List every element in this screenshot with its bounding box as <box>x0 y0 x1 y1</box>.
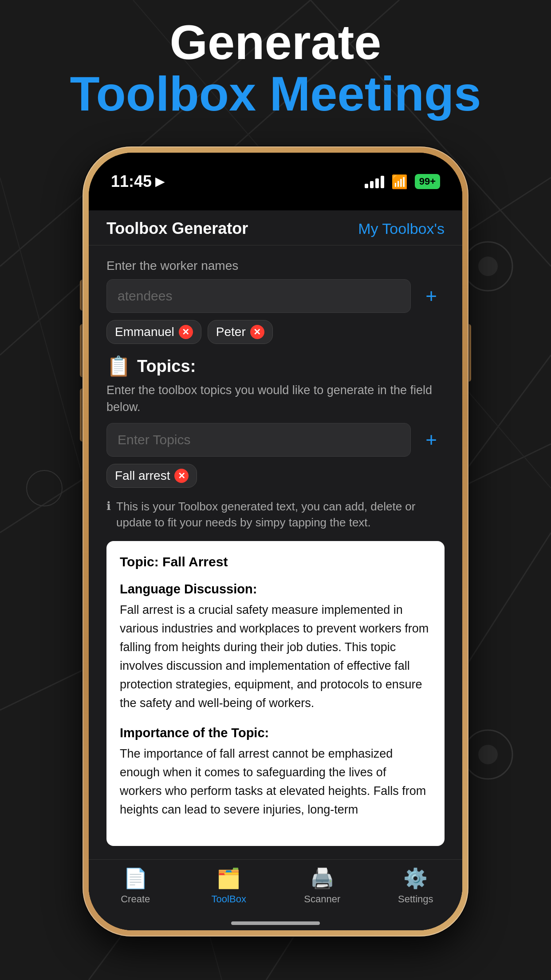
topics-icon: 📋 <box>106 355 131 378</box>
signal-bar-4 <box>381 176 384 188</box>
nav-link[interactable]: My Toolbox's <box>358 220 445 237</box>
nav-bar: Toolbox Generator My Toolbox's <box>89 210 462 245</box>
gen-topic: Topic: Fall Arrest <box>120 554 431 569</box>
signal-bar-1 <box>365 184 368 188</box>
settings-icon: ⚙️ <box>403 867 428 890</box>
attendees-input-row: + <box>106 279 445 313</box>
topic-tag-0[interactable]: Fall arrest ✕ <box>106 464 197 488</box>
attendee-tag-1[interactable]: Peter ✕ <box>208 320 273 344</box>
topics-add-button[interactable]: + <box>418 427 445 453</box>
attendee-remove-1[interactable]: ✕ <box>250 325 264 339</box>
topic-name-0: Fall arrest <box>115 469 170 483</box>
toolbox-icon: 🗂️ <box>216 867 241 890</box>
signal-bar-2 <box>370 181 374 188</box>
battery-badge: 99+ <box>415 174 440 189</box>
topic-remove-0[interactable]: ✕ <box>174 469 189 483</box>
time-label: 11:45 <box>111 172 152 191</box>
header-section: Generate Toolbox Meetings <box>0 18 551 120</box>
tab-bar: 📄 Create 🗂️ ToolBox 🖨️ Scanner ⚙️ Settin… <box>89 859 462 930</box>
create-label: Create <box>121 893 150 905</box>
wifi-icon: 📶 <box>391 174 408 190</box>
info-text: This is your Toolbox generated text, you… <box>116 498 445 531</box>
generated-box[interactable]: Topic: Fall Arrest Language Discussion: … <box>106 541 445 846</box>
gen-section1-title: Language Discussion: <box>120 582 431 597</box>
phone-screen: 11:45 ▶ 📶 99+ Too <box>89 153 462 930</box>
toolbox-label: ToolBox <box>212 893 246 905</box>
settings-label: Settings <box>398 893 433 905</box>
attendees-label: Enter the worker names <box>106 259 445 273</box>
attendees-input[interactable] <box>106 279 411 313</box>
tab-scanner[interactable]: 🖨️ Scanner <box>276 867 369 905</box>
tab-settings[interactable]: ⚙️ Settings <box>369 867 463 905</box>
signal-bar-3 <box>375 178 379 188</box>
create-icon: 📄 <box>123 867 148 890</box>
location-icon: ▶ <box>155 175 164 189</box>
app-content: Toolbox Generator My Toolbox's Enter the… <box>89 210 462 930</box>
topics-tags: Fall arrest ✕ <box>106 464 445 488</box>
status-bar: 11:45 ▶ 📶 99+ <box>89 153 462 210</box>
attendee-tag-0[interactable]: Emmanuel ✕ <box>106 320 201 344</box>
phone-frame: 11:45 ▶ 📶 99+ Too <box>83 146 468 937</box>
gen-section1-text: Fall arrest is a crucial safety measure … <box>120 601 431 712</box>
topics-title: Topics: <box>137 357 196 376</box>
phone-outer: 11:45 ▶ 📶 99+ Too <box>83 146 468 937</box>
home-indicator <box>231 921 320 925</box>
topics-input-row: + <box>106 423 445 457</box>
attendees-tags: Emmanuel ✕ Peter ✕ <box>106 320 445 344</box>
svg-point-13 <box>478 745 498 764</box>
info-row: ℹ This is your Toolbox generated text, y… <box>106 498 445 531</box>
header-generate: Generate <box>0 18 551 67</box>
topics-header: 📋 Topics: <box>106 355 445 378</box>
info-icon: ℹ <box>106 499 111 513</box>
tab-toolbox[interactable]: 🗂️ ToolBox <box>182 867 276 905</box>
scanner-label: Scanner <box>304 893 340 905</box>
gen-section2-title: Importance of the Topic: <box>120 726 431 740</box>
status-time: 11:45 ▶ <box>111 172 164 191</box>
scroll-content[interactable]: Enter the worker names + Emmanuel ✕ P <box>89 245 462 859</box>
attendee-remove-0[interactable]: ✕ <box>179 325 193 339</box>
nav-title: Toolbox Generator <box>106 219 248 238</box>
gen-section2-text: The importance of fall arrest cannot be … <box>120 745 431 819</box>
attendee-name-0: Emmanuel <box>115 325 174 339</box>
svg-point-11 <box>478 257 498 276</box>
attendee-name-1: Peter <box>216 325 246 339</box>
topics-desc: Enter the toolbox topics you would like … <box>106 382 445 416</box>
status-right: 📶 99+ <box>365 174 440 190</box>
header-toolbox: Toolbox Meetings <box>0 67 551 120</box>
attendees-add-button[interactable]: + <box>418 283 445 309</box>
notch <box>231 161 320 177</box>
topics-input[interactable] <box>106 423 411 457</box>
tab-create[interactable]: 📄 Create <box>89 867 182 905</box>
scanner-icon: 🖨️ <box>310 867 335 890</box>
signal-bars <box>365 175 384 188</box>
